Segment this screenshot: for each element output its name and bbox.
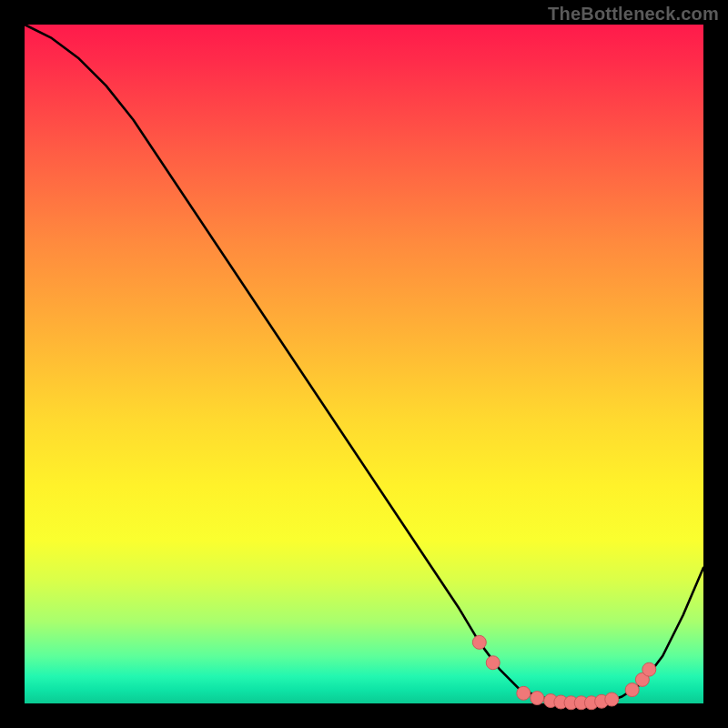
marker-dot <box>472 635 486 649</box>
marker-dot <box>605 693 619 706</box>
marker-dot <box>517 686 531 700</box>
marker-dot <box>642 662 656 676</box>
bottleneck-curve <box>25 25 703 703</box>
chart-frame: TheBottleneck.com <box>0 0 728 728</box>
plot-area <box>25 25 703 703</box>
marker-group <box>472 635 656 709</box>
marker-dot <box>625 683 639 697</box>
marker-dot <box>531 692 544 705</box>
curve-svg <box>25 25 703 703</box>
attribution-label: TheBottleneck.com <box>548 4 719 25</box>
marker-dot <box>486 656 500 670</box>
